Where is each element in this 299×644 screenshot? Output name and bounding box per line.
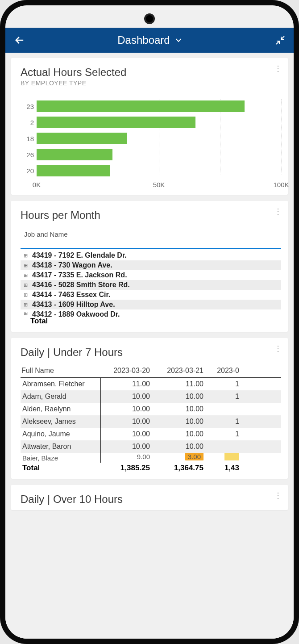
cell-val: 11.00 <box>154 380 208 388</box>
chart-bar-row[interactable]: 23 <box>37 99 281 113</box>
table-row[interactable]: Aquino, Jaume10.0010.001 <box>21 428 281 440</box>
chart-bar-row[interactable]: 26 <box>37 147 281 162</box>
col-date2: 2023-03-21 <box>154 367 208 375</box>
hpm-total: Total <box>30 317 281 326</box>
cell-val: 10.00 <box>154 393 208 401</box>
expand-icon[interactable]: ⊞ <box>22 272 29 278</box>
hpm-row-label: 43418 - 730 Wagon Ave. <box>32 261 112 269</box>
card-menu-icon[interactable]: ⋯ <box>274 208 283 215</box>
chart-bar-row[interactable]: 20 <box>37 163 281 178</box>
table-row[interactable]: Attwater, Baron10.0010.00 <box>21 440 281 453</box>
card-daily-over-10[interactable]: ⋯ Daily | Over 10 Hours <box>11 485 288 510</box>
cell-val: 10.00 <box>154 443 208 451</box>
card2-title: Hours per Month <box>21 209 281 222</box>
card1-subtitle: By Employee Type <box>21 79 281 87</box>
table-row-partial[interactable]: Baier, Blaze 9.00 3.00 <box>21 453 281 463</box>
card1-title: Actual Hours Selected <box>21 66 281 79</box>
table-rows: Abramsen, Fletcher11.0011.001Adam, Geral… <box>21 378 281 453</box>
cell-name: Alden, Raelynn <box>21 403 101 415</box>
table-total-row: Total 1,385.25 1,364.75 1,43 <box>21 463 281 473</box>
table-row[interactable]: Adam, Gerald10.0010.001 <box>21 390 281 403</box>
hpm-row[interactable]: ⊞43416 - 5028 Smith Store Rd. <box>21 280 281 290</box>
back-icon[interactable] <box>13 34 26 46</box>
header-title-dropdown[interactable]: Dashboard <box>117 34 183 46</box>
col-fullname: Full Name <box>21 367 101 375</box>
bar-chart[interactable]: 232182620 0K50K100K <box>21 99 281 188</box>
chart-bar[interactable] <box>37 165 110 176</box>
app-header: Dashboard <box>5 28 294 53</box>
hpm-row[interactable]: ⊞43417 - 7335 E. Jackson Rd. <box>21 270 281 280</box>
cell-val: 1 <box>208 418 239 426</box>
cell-val: 10.00 <box>101 405 154 413</box>
card-daily-under-7[interactable]: ⋯ Daily | Under 7 Hours Full Name 2023-0… <box>11 338 288 479</box>
content-area: ⋯ Actual Hours Selected By Employee Type… <box>5 53 294 639</box>
cell-val: 10.00 <box>154 405 208 413</box>
card-menu-icon[interactable]: ⋯ <box>274 345 283 352</box>
chart-y-label: 23 <box>21 103 34 110</box>
chart-x-tick: 50K <box>153 181 165 188</box>
hpm-row-label: 43419 - 7192 E. Glendale Dr. <box>32 251 127 259</box>
card4-title: Daily | Over 10 Hours <box>21 493 281 506</box>
cell-val: 11.00 <box>101 380 154 388</box>
table-row[interactable]: Alden, Raelynn10.0010.00 <box>21 403 281 415</box>
hpm-row-label: 43416 - 5028 Smith Store Rd. <box>32 281 130 289</box>
cell-val: 10.00 <box>101 430 154 438</box>
expand-icon[interactable]: ⊞ <box>22 302 29 308</box>
chart-y-label: 26 <box>21 151 34 159</box>
cell-name: Attwater, Baron <box>21 440 101 453</box>
hpm-row-label: 43417 - 7335 E. Jackson Rd. <box>32 271 127 279</box>
cell-val: 10.00 <box>154 430 208 438</box>
table-row[interactable]: Alekseev, James10.0010.001 <box>21 415 281 428</box>
hpm-row-label: 43414 - 7463 Essex Cir. <box>32 291 110 299</box>
card-menu-icon[interactable]: ⋯ <box>274 65 283 72</box>
cell-name: Adam, Gerald <box>21 390 101 403</box>
cell-val: 1 <box>208 380 239 388</box>
cell-val: 10.00 <box>101 393 154 401</box>
chart-x-tick: 100K <box>273 181 289 188</box>
expand-icon[interactable]: ⊞ <box>22 310 29 316</box>
hpm-row[interactable]: ⊞43413 - 1609 Hilltop Ave. <box>21 300 281 309</box>
chart-y-label: 20 <box>21 167 34 175</box>
hpm-row[interactable]: ⊞43419 - 7192 E. Glendale Dr. <box>21 251 281 260</box>
table-header: Full Name 2023-03-20 2023-03-21 2023-0 <box>21 367 281 378</box>
card3-title: Daily | Under 7 Hours <box>21 346 281 359</box>
expand-icon[interactable]: ⊞ <box>22 292 29 298</box>
col-date3: 2023-0 <box>208 367 239 375</box>
chart-x-tick: 0K <box>33 181 41 188</box>
camera-notch <box>144 13 155 24</box>
chart-bar[interactable] <box>37 149 112 160</box>
col-date1: 2023-03-20 <box>101 367 154 375</box>
cell-val: 1 <box>208 430 239 438</box>
expand-icon[interactable]: ⊞ <box>22 282 29 288</box>
cell-val: 1 <box>208 393 239 401</box>
card-menu-icon[interactable]: ⋯ <box>274 492 283 499</box>
chart-bar[interactable] <box>37 133 127 144</box>
chart-bar-row[interactable]: 18 <box>37 131 281 146</box>
hpm-row-label: 43413 - 1609 Hilltop Ave. <box>32 301 115 309</box>
cell-name: Alekseev, James <box>21 415 101 428</box>
cell-name: Abramsen, Fletcher <box>21 378 101 390</box>
chart-bar[interactable] <box>37 100 245 112</box>
cell-name: Aquino, Jaume <box>21 428 101 440</box>
chevron-down-icon <box>174 35 183 45</box>
card-actual-hours[interactable]: ⋯ Actual Hours Selected By Employee Type… <box>11 58 288 195</box>
page-title: Dashboard <box>117 34 170 46</box>
hpm-column-header: Job and Name <box>24 230 281 238</box>
chart-bar[interactable] <box>37 117 195 128</box>
cell-val: 10.00 <box>154 418 208 426</box>
chart-y-label: 2 <box>21 119 34 126</box>
cell-val: 10.00 <box>101 443 154 451</box>
card-hours-per-month[interactable]: ⋯ Hours per Month Job and Name ⊞43419 - … <box>11 201 288 332</box>
chart-bar-row[interactable]: 2 <box>37 115 281 130</box>
hpm-divider <box>21 248 281 249</box>
chart-y-label: 18 <box>21 135 34 142</box>
hpm-row[interactable]: ⊞43414 - 7463 Essex Cir. <box>21 290 281 300</box>
collapse-icon[interactable] <box>275 35 286 46</box>
expand-icon[interactable]: ⊞ <box>22 263 29 268</box>
hpm-row[interactable]: ⊞43418 - 730 Wagon Ave. <box>21 260 281 270</box>
expand-icon[interactable]: ⊞ <box>22 253 29 259</box>
hpm-list: ⊞43419 - 7192 E. Glendale Dr.⊞43418 - 73… <box>21 251 281 318</box>
table-row[interactable]: Abramsen, Fletcher11.0011.001 <box>21 378 281 390</box>
cell-val: 10.00 <box>101 418 154 426</box>
